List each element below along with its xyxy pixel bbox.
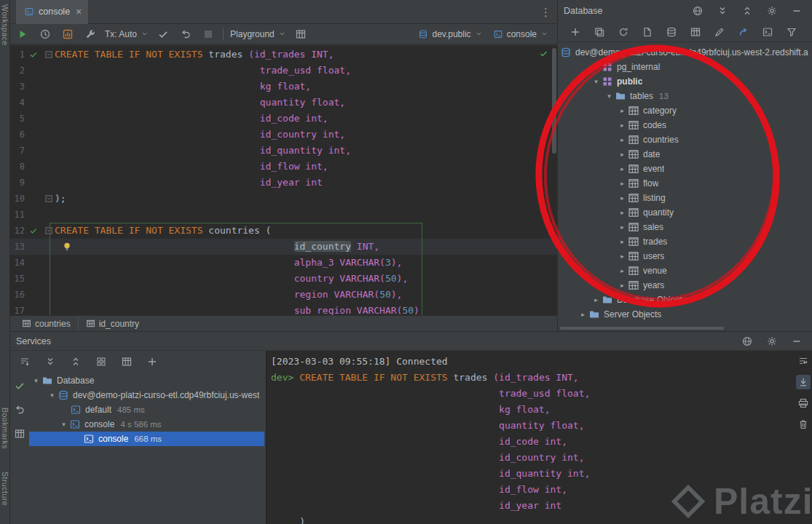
fold-marker-icon[interactable]	[42, 191, 55, 207]
tree-item-console[interactable]: console668 ms	[29, 432, 264, 446]
clear-icon[interactable]	[796, 417, 811, 432]
code-line-3[interactable]: 3kg float,	[10, 79, 557, 95]
add-service-icon[interactable]	[144, 354, 160, 370]
chevron-right-icon[interactable]: ▸	[617, 151, 628, 158]
chevron-right-icon[interactable]: ▸	[617, 223, 628, 231]
tree-item-database-objects[interactable]: ▸Database Objects	[558, 293, 812, 307]
fold-marker-icon[interactable]	[42, 223, 55, 239]
chevron-right-icon[interactable]: ▸	[617, 267, 628, 274]
code-line-9[interactable]: 9id_year int	[10, 175, 557, 191]
code-line-11[interactable]: 11	[10, 207, 557, 223]
jump-to-console-icon[interactable]	[736, 24, 752, 40]
expand-all-icon[interactable]	[42, 354, 58, 370]
soft-wrap-icon[interactable]	[796, 354, 811, 368]
tree-item-trades[interactable]: ▸trades	[558, 234, 812, 249]
wrench-icon[interactable]	[82, 26, 98, 42]
rollback-icon[interactable]	[12, 402, 28, 418]
tree-item-event[interactable]: ▸event	[558, 162, 812, 176]
dump-icon[interactable]	[663, 24, 679, 40]
scroll-to-end-icon[interactable]	[796, 375, 811, 389]
tree-item-sales[interactable]: ▸sales	[558, 220, 812, 234]
chevron-right-icon[interactable]: ▸	[617, 253, 628, 260]
table-data-icon[interactable]	[687, 24, 703, 40]
edit-icon[interactable]	[712, 24, 728, 40]
expand-all-icon[interactable]	[714, 3, 730, 19]
code-line-4[interactable]: 4quantity float,	[10, 95, 557, 111]
chevron-down-icon[interactable]: ▾	[591, 78, 602, 85]
gear-icon[interactable]	[764, 3, 780, 19]
tree-item-venue[interactable]: ▸venue	[558, 263, 812, 278]
footer-tab-id-country[interactable]: id_country	[78, 316, 146, 332]
tree-item-quantity[interactable]: ▸quantity	[558, 205, 812, 220]
code-editor[interactable]: 1CREATE TABLE IF NOT EXISTS trades (id_t…	[10, 45, 557, 315]
history-icon[interactable]	[37, 26, 53, 42]
chevron-down-icon[interactable]: ▾	[31, 377, 42, 384]
collapse-all-icon[interactable]	[68, 354, 84, 370]
chevron-right-icon[interactable]: ▸	[617, 180, 628, 187]
filter-icon[interactable]	[784, 24, 800, 40]
console-selector[interactable]: console	[493, 29, 548, 39]
chevron-right-icon[interactable]: ▸	[617, 122, 628, 129]
chevron-right-icon[interactable]: ▸	[591, 296, 602, 303]
run-icon[interactable]	[15, 26, 31, 42]
code-line-17[interactable]: 17sub_region VARCHAR(50)	[10, 303, 557, 315]
tree-item-server-objects[interactable]: ▸Server Objects	[558, 307, 812, 322]
tree-item-database[interactable]: ▾Database	[29, 373, 264, 388]
gear-icon[interactable]	[764, 333, 780, 349]
chevron-down-icon[interactable]: ▾	[604, 92, 615, 100]
editor-scrollbar[interactable]	[552, 48, 556, 154]
chevron-right-icon[interactable]: ▸	[617, 238, 628, 245]
chevron-right-icon[interactable]: ▸	[617, 282, 628, 289]
code-line-5[interactable]: 5id_code int,	[10, 111, 557, 127]
tree-item-tables[interactable]: ▾tables13	[558, 89, 812, 103]
chevron-down-icon[interactable]: ▾	[47, 392, 58, 399]
tab-console[interactable]: console ×	[16, 0, 88, 24]
chevron-right-icon[interactable]: ▸	[617, 107, 628, 114]
horizontal-scrollbar[interactable]	[560, 327, 724, 330]
add-icon[interactable]	[567, 24, 583, 40]
tree-item-years[interactable]: ▸years	[558, 278, 812, 293]
inspections-ok-icon[interactable]	[539, 49, 548, 58]
stop-icon[interactable]	[200, 26, 216, 42]
code-line-7[interactable]: 7id_quantity int,	[10, 143, 557, 159]
tx-mode-select[interactable]: Tx: Auto	[105, 29, 149, 39]
tree-item-pg-internal[interactable]: ▸pg_internal	[558, 60, 812, 74]
ddl-source-icon[interactable]	[639, 24, 655, 40]
code-line-8[interactable]: 8id_flow int,	[10, 159, 557, 175]
code-line-12[interactable]: 12CREATE TABLE IF NOT EXISTS countries (	[10, 223, 557, 239]
playground-select[interactable]: Playground	[230, 29, 286, 39]
chevron-right-icon[interactable]: ▸	[578, 311, 588, 318]
preview-icon[interactable]	[119, 354, 135, 370]
data-grid-icon[interactable]	[293, 26, 309, 42]
sort-icon[interactable]	[17, 354, 33, 370]
group-by-icon[interactable]	[93, 354, 109, 370]
tree-item-category[interactable]: ▸category	[558, 103, 812, 118]
rollback-icon[interactable]	[178, 26, 194, 42]
chevron-right-icon[interactable]: ▸	[617, 194, 628, 202]
footer-tab-countries[interactable]: countries	[15, 316, 78, 332]
code-line-6[interactable]: 6id_country int,	[10, 127, 557, 143]
chevron-right-icon[interactable]: ▸	[617, 165, 628, 172]
minimize-icon[interactable]	[789, 333, 805, 349]
code-line-16[interactable]: 16region VARCHAR(50),	[10, 287, 557, 303]
close-icon[interactable]: ×	[76, 7, 82, 17]
copy-icon[interactable]	[591, 24, 607, 40]
chevron-down-icon[interactable]: ▾	[58, 421, 69, 428]
minimize-icon[interactable]	[789, 3, 805, 19]
stripe-workspace-label[interactable]: Workspace	[1, 4, 9, 46]
tree-item-console[interactable]: ▾console4 s 586 ms	[29, 417, 264, 432]
code-line-2[interactable]: 2trade_usd float,	[10, 63, 557, 79]
stripe-structure-label[interactable]: Structure	[1, 472, 9, 506]
chevron-right-icon[interactable]: ▸	[617, 136, 628, 143]
chevron-right-icon[interactable]: ▸	[617, 209, 628, 216]
print-icon[interactable]	[796, 396, 811, 410]
code-line-10[interactable]: 10);	[10, 191, 557, 207]
console-icon[interactable]	[760, 24, 776, 40]
code-line-1[interactable]: 1CREATE TABLE IF NOT EXISTS trades (id_t…	[10, 47, 557, 63]
tree-item-countries[interactable]: ▸countries	[558, 132, 812, 147]
commit-icon[interactable]	[12, 378, 28, 394]
lightbulb-icon[interactable]	[62, 242, 72, 252]
schema-selector[interactable]: dev.public	[418, 29, 482, 39]
tree-item-public[interactable]: ▾public	[558, 74, 812, 89]
refresh-icon[interactable]	[615, 24, 631, 40]
